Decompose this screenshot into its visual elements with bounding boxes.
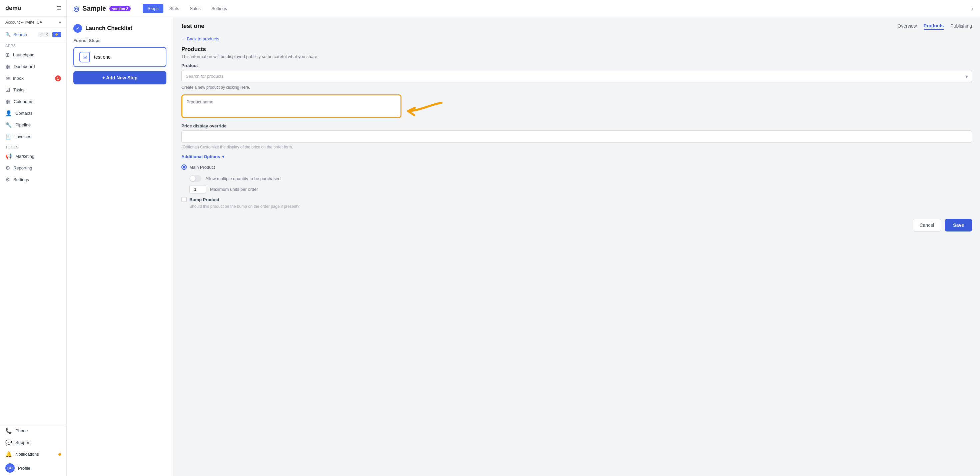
- chevron-down-icon: ▾: [59, 20, 61, 25]
- save-button[interactable]: Save: [945, 219, 972, 231]
- right-panel-title: test one: [181, 23, 204, 30]
- nav-publishing[interactable]: Publishing: [950, 23, 972, 29]
- allow-multiple-toggle[interactable]: [189, 175, 201, 182]
- search-shortcut: ctrl K: [38, 32, 50, 37]
- topbar-right: ›: [971, 5, 973, 12]
- hamburger-icon[interactable]: ☰: [56, 5, 61, 11]
- sidebar-item-dashboard[interactable]: ▦ Dashboard: [0, 61, 66, 72]
- product-name-wrapper: Product name: [181, 94, 401, 118]
- back-to-products-link[interactable]: ← Back to products: [181, 37, 972, 41]
- avatar: GP: [5, 463, 15, 473]
- price-display-input[interactable]: [181, 131, 972, 143]
- max-units-input[interactable]: [189, 185, 206, 193]
- tab-stats[interactable]: Stats: [165, 4, 184, 13]
- sidebar-item-support[interactable]: 💬 Support: [0, 437, 66, 448]
- bump-product-row: Bump Product: [181, 197, 972, 202]
- apps-section-label: Apps: [0, 41, 66, 49]
- invoices-icon: 🧾: [5, 134, 12, 140]
- dashboard-icon: ▦: [5, 64, 10, 70]
- sidebar-item-label: Support: [15, 440, 31, 445]
- account-selector[interactable]: Account -- Irvine, CA ▾: [0, 17, 66, 29]
- sidebar-logo-area: demo ☰: [0, 0, 66, 17]
- sidebar-item-label: Dashboard: [14, 64, 35, 69]
- left-panel: ✓ Launch Checklist Funnel Steps ✉ test o…: [67, 18, 173, 476]
- notification-dot: [58, 453, 61, 456]
- sidebar-item-label: Calendars: [14, 99, 33, 104]
- sidebar-item-contacts[interactable]: 👤 Contacts: [0, 107, 66, 119]
- sidebar-item-label: Marketing: [15, 154, 34, 159]
- product-select-wrapper: Search for products ▾: [181, 70, 972, 83]
- allow-multiple-row: Allow multiple quantity to be purchased: [189, 175, 972, 182]
- arrow-annotation: [405, 98, 448, 124]
- sidebar-item-label: Inbox: [13, 76, 24, 81]
- tab-sales[interactable]: Sales: [185, 4, 205, 13]
- flash-button[interactable]: ⚡: [52, 32, 61, 37]
- nav-products[interactable]: Products: [924, 23, 944, 30]
- nav-overview[interactable]: Overview: [897, 23, 916, 29]
- sidebar-item-reporting[interactable]: ⚙ Reporting: [0, 162, 66, 174]
- tab-steps[interactable]: Steps: [143, 4, 163, 13]
- sidebar-item-notifications[interactable]: 🔔 Notifications: [0, 448, 66, 460]
- form-section-desc: This information will be displayed publi…: [181, 54, 972, 59]
- product-name-input[interactable]: [186, 107, 396, 113]
- bump-hint: Should this product be the bump on the o…: [189, 204, 972, 209]
- bump-product-checkbox[interactable]: [181, 197, 187, 202]
- form-actions: Cancel Save: [181, 215, 972, 231]
- marketing-icon: 📢: [5, 153, 12, 159]
- sidebar-item-inbox[interactable]: ✉ Inbox 1: [0, 72, 66, 84]
- radio-checked-icon: [181, 164, 187, 170]
- launch-checklist-header: ✓ Launch Checklist: [73, 24, 166, 33]
- profile-label: Profile: [18, 466, 30, 471]
- chevron-icon[interactable]: ›: [971, 5, 973, 12]
- search-label: Search: [13, 32, 27, 37]
- sidebar-item-label: Settings: [13, 177, 29, 182]
- sidebar-item-label: Invoices: [15, 134, 31, 139]
- add-new-step-button[interactable]: + Add New Step: [73, 71, 166, 84]
- sidebar-item-invoices[interactable]: 🧾 Invoices: [0, 131, 66, 142]
- inbox-icon: ✉: [5, 75, 10, 81]
- sidebar-item-marketing[interactable]: 📢 Marketing: [0, 150, 66, 162]
- sidebar-item-calendars[interactable]: ▦ Calendars: [0, 96, 66, 107]
- form-section-title: Products: [181, 46, 972, 53]
- product-name-label: Product name: [186, 99, 396, 104]
- search-icon: 🔍: [5, 32, 11, 37]
- app-logo: demo: [5, 5, 21, 12]
- topbar-tabs: Steps Stats Sales Settings: [143, 4, 231, 13]
- product-select[interactable]: Search for products: [181, 70, 972, 83]
- calendars-icon: ▦: [5, 99, 10, 105]
- tab-settings[interactable]: Settings: [207, 4, 232, 13]
- main-product-label: Main Product: [189, 165, 215, 170]
- launchpad-icon: ⊞: [5, 52, 10, 58]
- pipeline-icon: 🔧: [5, 122, 12, 128]
- phone-icon: 📞: [5, 428, 12, 434]
- sidebar-item-launchpad[interactable]: ⊞ Launchpad: [0, 49, 66, 61]
- chevron-down-icon: ▾: [222, 154, 224, 159]
- sidebar-item-profile[interactable]: GP Profile: [0, 460, 66, 476]
- sidebar-item-settings[interactable]: ⚙ Settings: [0, 174, 66, 185]
- additional-options-label: Additional Options: [181, 154, 220, 159]
- content-area: ✓ Launch Checklist Funnel Steps ✉ test o…: [67, 18, 980, 476]
- form-area: ← Back to products Products This informa…: [173, 30, 980, 238]
- right-panel: test one Overview Products Publishing ← …: [173, 18, 980, 476]
- product-type-radio-group: Main Product: [181, 164, 972, 170]
- sidebar-item-tasks[interactable]: ☑ Tasks: [0, 84, 66, 96]
- contacts-icon: 👤: [5, 110, 12, 116]
- sidebar-item-phone[interactable]: 📞 Phone: [0, 425, 66, 437]
- sidebar: demo ☰ Account -- Irvine, CA ▾ 🔍 Search …: [0, 0, 67, 476]
- price-hint: (Optional) Customize the display of the …: [181, 145, 972, 150]
- main-product-radio[interactable]: Main Product: [181, 164, 972, 170]
- additional-options-toggle[interactable]: Additional Options ▾: [181, 154, 972, 159]
- allow-multiple-label: Allow multiple quantity to be purchased: [205, 176, 280, 181]
- support-icon: 💬: [5, 439, 12, 446]
- sidebar-bottom: 📞 Phone 💬 Support 🔔 Notifications GP Pro…: [0, 425, 66, 476]
- sidebar-item-label: Tasks: [13, 88, 24, 92]
- search-bar[interactable]: 🔍 Search ctrl K ⚡: [0, 29, 66, 41]
- sidebar-item-label: Launchpad: [13, 53, 34, 57]
- checklist-icon: ✓: [73, 24, 82, 33]
- sidebar-item-label: Pipeline: [15, 123, 31, 127]
- topbar: ◎ Sample version 2 Steps Stats Sales Set…: [67, 0, 980, 18]
- sidebar-item-pipeline[interactable]: 🔧 Pipeline: [0, 119, 66, 131]
- step-card-test-one[interactable]: ✉ test one: [73, 47, 166, 67]
- create-product-link[interactable]: Create a new product by clicking Here.: [181, 85, 972, 90]
- cancel-button[interactable]: Cancel: [913, 219, 941, 231]
